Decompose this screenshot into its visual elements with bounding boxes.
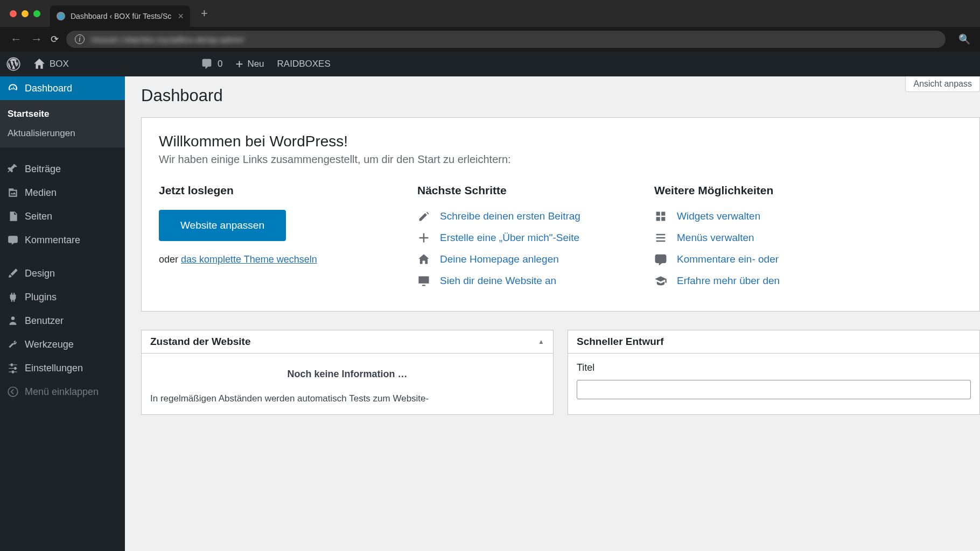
welcome-heading: Willkommen bei WordPress! bbox=[159, 133, 962, 150]
wrench-icon bbox=[6, 338, 19, 351]
tab-title: Dashboard ‹ BOX für Tests/Sc bbox=[71, 12, 171, 20]
sidebar-item-settings[interactable]: Einstellungen bbox=[0, 356, 125, 380]
page-title: Dashboard bbox=[141, 76, 980, 117]
site-name-menu[interactable]: BOX bbox=[27, 52, 75, 76]
close-window-button[interactable] bbox=[10, 10, 17, 17]
desktop-icon bbox=[417, 274, 430, 287]
pin-icon bbox=[6, 163, 19, 175]
submenu-item-updates[interactable]: Aktualisierungen bbox=[0, 124, 125, 143]
welcome-link-learn-more[interactable]: Erfahre mehr über den bbox=[654, 274, 962, 287]
forward-button[interactable]: → bbox=[30, 32, 43, 46]
welcome-subtitle: Wir haben einige Links zusammengestellt,… bbox=[159, 153, 962, 166]
sidebar-label: Beiträge bbox=[25, 164, 61, 175]
plus-icon: + bbox=[235, 56, 243, 72]
reload-button[interactable]: ⟳ bbox=[51, 33, 59, 45]
new-content-menu[interactable]: + Neu bbox=[229, 52, 270, 76]
dashboard-icon bbox=[6, 82, 19, 95]
wordpress-logo-icon bbox=[6, 57, 20, 71]
media-icon bbox=[6, 186, 19, 199]
sliders-icon bbox=[6, 362, 19, 375]
window-controls bbox=[0, 10, 50, 17]
user-icon bbox=[6, 314, 19, 327]
welcome-link-setup-homepage[interactable]: Deine Homepage anlegen bbox=[417, 253, 622, 266]
back-button[interactable]: ← bbox=[10, 32, 23, 46]
welcome-link-add-page[interactable]: Erstelle eine „Über mich"-Seite bbox=[417, 231, 622, 244]
comment-icon bbox=[200, 58, 213, 70]
sidebar-item-media[interactable]: Medien bbox=[0, 181, 125, 204]
site-health-header[interactable]: Zustand der Website ▲ bbox=[142, 330, 553, 354]
close-tab-button[interactable]: × bbox=[178, 11, 184, 22]
get-started-heading: Jetzt loslegen bbox=[159, 184, 385, 197]
site-health-box: Zustand der Website ▲ Noch keine Informa… bbox=[141, 330, 554, 415]
url-input[interactable]: i intranet | bilambis.myraidbox.de/wp-ad… bbox=[66, 31, 946, 48]
sidebar-label: Einstellungen bbox=[25, 363, 83, 374]
comments-menu[interactable]: 0 bbox=[194, 52, 229, 76]
sidebar-label: Kommentare bbox=[25, 235, 80, 246]
sidebar-item-dashboard[interactable]: Dashboard bbox=[0, 76, 125, 100]
home-icon bbox=[33, 58, 45, 70]
sidebar-label: Benutzer bbox=[25, 315, 64, 327]
search-icon[interactable]: 🔍 bbox=[958, 33, 970, 45]
wp-logo-menu[interactable] bbox=[0, 52, 27, 76]
quick-draft-title-label: Titel bbox=[577, 362, 971, 373]
widgets-icon bbox=[654, 210, 667, 223]
customize-site-button[interactable]: Website anpassen bbox=[159, 210, 286, 241]
sidebar-label: Menü einklappen bbox=[25, 386, 99, 398]
comments-count: 0 bbox=[218, 59, 222, 69]
edit-icon bbox=[417, 210, 430, 223]
sidebar-item-users[interactable]: Benutzer bbox=[0, 309, 125, 333]
plug-icon bbox=[6, 291, 19, 303]
quick-draft-box: Schneller Entwurf Titel bbox=[568, 330, 980, 415]
sidebar-item-posts[interactable]: Beiträge bbox=[0, 157, 125, 181]
minimize-window-button[interactable] bbox=[22, 10, 29, 17]
browser-url-bar: ← → ⟳ i intranet | bilambis.myraidbox.de… bbox=[0, 27, 980, 52]
site-health-description: In regelmäßigen Abständen werden automat… bbox=[150, 392, 544, 406]
site-info-icon[interactable]: i bbox=[75, 34, 85, 44]
new-label: Neu bbox=[247, 59, 264, 69]
browser-tab-bar: 🌐 Dashboard ‹ BOX für Tests/Sc × + bbox=[0, 0, 980, 27]
url-text: intranet | bilambis.myraidbox.de/wp-admi… bbox=[91, 35, 244, 44]
site-name: BOX bbox=[50, 59, 69, 69]
new-tab-button[interactable]: + bbox=[201, 6, 208, 20]
welcome-link-view-site[interactable]: Sieh dir deine Website an bbox=[417, 274, 622, 287]
brush-icon bbox=[6, 267, 19, 280]
next-steps-heading: Nächste Schritte bbox=[417, 184, 622, 197]
sidebar-label: Plugins bbox=[25, 292, 57, 303]
quick-draft-title-input[interactable] bbox=[577, 380, 971, 399]
sidebar-item-plugins[interactable]: Plugins bbox=[0, 285, 125, 309]
sidebar-label: Seiten bbox=[25, 211, 52, 222]
sidebar-item-collapse[interactable]: Menü einklappen bbox=[0, 380, 125, 404]
admin-sidebar: Dashboard Startseite Aktualisierungen Be… bbox=[0, 76, 125, 551]
sidebar-item-pages[interactable]: Seiten bbox=[0, 204, 125, 228]
sidebar-label: Werkzeuge bbox=[25, 339, 74, 350]
welcome-link-comments-toggle[interactable]: Kommentare ein- oder bbox=[654, 253, 962, 266]
sidebar-item-tools[interactable]: Werkzeuge bbox=[0, 333, 125, 356]
sidebar-item-comments[interactable]: Kommentare bbox=[0, 228, 125, 252]
quick-draft-header[interactable]: Schneller Entwurf bbox=[568, 330, 979, 354]
favicon-icon: 🌐 bbox=[57, 12, 65, 20]
more-actions-heading: Weitere Möglichkeiten bbox=[654, 184, 962, 197]
comment-icon bbox=[6, 234, 19, 246]
main-content: Ansicht anpass Dashboard Willkommen bei … bbox=[125, 76, 980, 551]
collapse-toggle-icon[interactable]: ▲ bbox=[538, 338, 544, 345]
pages-icon bbox=[6, 210, 19, 223]
wp-admin-bar: BOX 0 + Neu RAIDBOXES bbox=[0, 52, 980, 76]
plus-icon bbox=[417, 231, 430, 244]
screen-options-tab[interactable]: Ansicht anpass bbox=[905, 76, 980, 92]
welcome-link-write-post[interactable]: Schreibe deinen ersten Beitrag bbox=[417, 210, 622, 223]
raidboxes-menu[interactable]: RAIDBOXES bbox=[271, 52, 337, 76]
svg-point-1 bbox=[8, 387, 18, 397]
comment-off-icon bbox=[654, 253, 667, 266]
site-health-no-info: Noch keine Information … bbox=[150, 369, 544, 380]
submenu-item-home[interactable]: Startseite bbox=[0, 104, 125, 124]
change-theme-link[interactable]: das komplette Theme wechseln bbox=[181, 254, 317, 265]
sidebar-label: Medien bbox=[25, 187, 57, 199]
collapse-icon bbox=[6, 385, 19, 398]
graduation-icon bbox=[654, 274, 667, 287]
sidebar-item-appearance[interactable]: Design bbox=[0, 262, 125, 285]
browser-tab[interactable]: 🌐 Dashboard ‹ BOX für Tests/Sc × bbox=[50, 5, 190, 27]
welcome-link-menus[interactable]: Menüs verwalten bbox=[654, 231, 962, 244]
menu-icon bbox=[654, 231, 667, 244]
maximize-window-button[interactable] bbox=[33, 10, 40, 17]
welcome-link-widgets[interactable]: Widgets verwalten bbox=[654, 210, 962, 223]
